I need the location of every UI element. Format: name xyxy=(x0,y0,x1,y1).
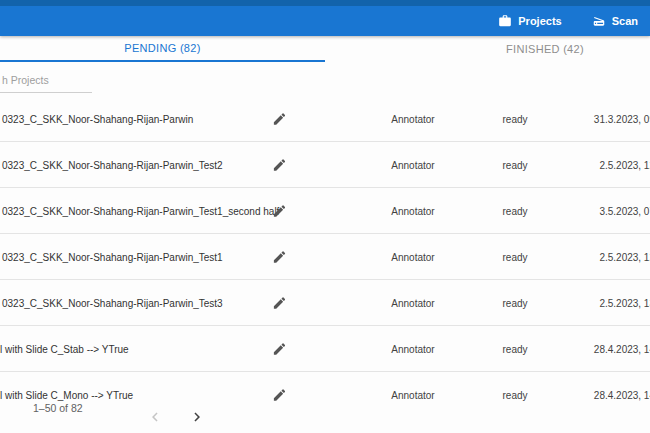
tab-finished[interactable]: FINISHED (42) xyxy=(325,36,650,62)
date-label: 31.3.2023, 09 xyxy=(565,113,650,124)
date-label: 28.4.2023, 14 xyxy=(565,343,650,354)
table-row[interactable]: 0323_C_SKK_Noor-Shahang-Rijan-Parwin_Tes… xyxy=(0,188,650,234)
table-row[interactable]: l with Slide C_Stab --> YTrue Annotator … xyxy=(0,326,650,372)
project-table: 0323_C_SKK_Noor-Shahang-Rijan-Parwin Ann… xyxy=(0,96,650,417)
pencil-icon xyxy=(272,163,287,174)
chevron-left-icon xyxy=(146,412,164,429)
project-name: l with Slide C_Stab --> YTrue xyxy=(0,343,129,354)
project-name: 0323_C_SKK_Noor-Shahang-Rijan-Parwin_Tes… xyxy=(2,159,223,170)
pencil-icon xyxy=(272,393,287,404)
date-label: 2.5.2023, 12 xyxy=(565,251,650,262)
app-window: Projects Scan PENDING (82) FINISHED (42)… xyxy=(0,0,650,433)
date-label: 2.5.2023, 13 xyxy=(565,297,650,308)
briefcase-icon xyxy=(498,14,512,28)
role-label: Annotator xyxy=(363,205,463,216)
tab-finished-label: FINISHED (42) xyxy=(506,43,584,55)
edit-button[interactable] xyxy=(272,203,287,218)
role-label: Annotator xyxy=(363,389,463,400)
table-row[interactable]: 0323_C_SKK_Noor-Shahang-Rijan-Parwin_Tes… xyxy=(0,234,650,280)
edit-button[interactable] xyxy=(272,157,287,172)
status-label: ready xyxy=(475,251,555,262)
table-row[interactable]: 0323_C_SKK_Noor-Shahang-Rijan-Parwin_Tes… xyxy=(0,280,650,326)
pagination-range: 1–50 of 82 xyxy=(33,402,83,414)
pencil-icon xyxy=(272,255,287,266)
status-label: ready xyxy=(475,389,555,400)
date-label: 28.4.2023, 14 xyxy=(565,389,650,400)
role-label: Annotator xyxy=(363,159,463,170)
project-name: 0323_C_SKK_Noor-Shahang-Rijan-Parwin_Tes… xyxy=(2,297,223,308)
scanner-icon xyxy=(592,14,606,28)
status-label: ready xyxy=(475,343,555,354)
role-label: Annotator xyxy=(363,343,463,354)
pencil-icon xyxy=(272,347,287,358)
project-name: 0323_C_SKK_Noor-Shahang-Rijan-Parwin xyxy=(2,113,193,124)
projects-button-label: Projects xyxy=(518,15,561,27)
status-label: ready xyxy=(475,159,555,170)
chevron-right-icon xyxy=(188,412,206,429)
status-label: ready xyxy=(475,297,555,308)
pencil-icon xyxy=(272,209,287,220)
date-label: 3.5.2023, 07 xyxy=(565,205,650,216)
project-name: 0323_C_SKK_Noor-Shahang-Rijan-Parwin_Tes… xyxy=(2,251,223,262)
role-label: Annotator xyxy=(363,113,463,124)
table-row[interactable]: 0323_C_SKK_Noor-Shahang-Rijan-Parwin Ann… xyxy=(0,96,650,142)
projects-button[interactable]: Projects xyxy=(498,14,561,28)
tab-pending-label: PENDING (82) xyxy=(124,42,200,54)
pencil-icon xyxy=(272,301,287,312)
prev-page-button[interactable] xyxy=(146,408,164,426)
pencil-icon xyxy=(272,117,287,128)
tab-bar: PENDING (82) FINISHED (42) xyxy=(0,36,650,62)
tab-pending[interactable]: PENDING (82) xyxy=(0,36,325,62)
edit-button[interactable] xyxy=(272,387,287,402)
table-row[interactable]: 0323_C_SKK_Noor-Shahang-Rijan-Parwin_Tes… xyxy=(0,142,650,188)
status-label: ready xyxy=(475,113,555,124)
project-name: l with Slide C_Mono --> YTrue xyxy=(0,389,133,400)
project-name: 0323_C_SKK_Noor-Shahang-Rijan-Parwin_Tes… xyxy=(2,205,279,216)
edit-button[interactable] xyxy=(272,111,287,126)
status-label: ready xyxy=(475,205,555,216)
edit-button[interactable] xyxy=(272,249,287,264)
scan-button-label: Scan xyxy=(612,15,638,27)
search-input[interactable] xyxy=(0,70,92,93)
next-page-button[interactable] xyxy=(188,408,206,426)
scan-button[interactable]: Scan xyxy=(592,14,638,28)
app-bar: Projects Scan xyxy=(0,0,650,36)
edit-button[interactable] xyxy=(272,295,287,310)
role-label: Annotator xyxy=(363,297,463,308)
date-label: 2.5.2023, 12 xyxy=(565,159,650,170)
table-row[interactable]: l with Slide C_Mono --> YTrue Annotator … xyxy=(0,372,650,417)
edit-button[interactable] xyxy=(272,341,287,356)
role-label: Annotator xyxy=(363,251,463,262)
